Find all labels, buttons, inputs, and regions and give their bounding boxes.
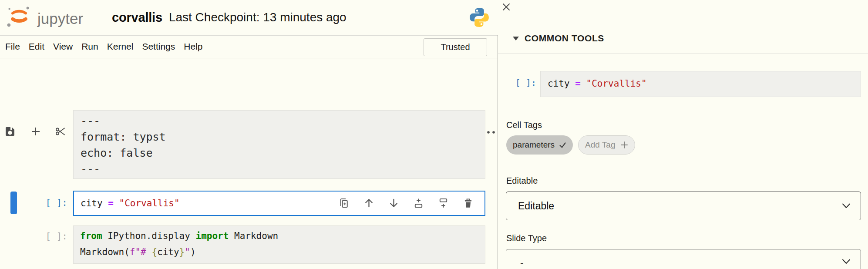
code-line: Markdown(f"# {city}") xyxy=(80,244,485,260)
close-panel-button[interactable] xyxy=(501,2,511,12)
move-cell-up-button[interactable] xyxy=(363,197,375,209)
delete-cell-button[interactable] xyxy=(462,197,474,209)
panel-divider[interactable] xyxy=(498,35,498,269)
menu-file[interactable]: File xyxy=(1,41,24,52)
active-cell-collapser-bar[interactable] xyxy=(10,192,17,214)
cut-cell-button[interactable] xyxy=(54,125,67,138)
add-tag-button[interactable]: Add Tag xyxy=(578,135,635,155)
trusted-button[interactable]: Trusted xyxy=(424,38,487,56)
tag-parameters[interactable]: parameters xyxy=(506,135,573,155)
raw-cell-editor[interactable]: --- format: typst echo: false --- xyxy=(73,110,485,179)
raw-cell-line: echo: false xyxy=(81,145,485,161)
plus-icon xyxy=(620,141,628,149)
raw-cell-line: format: typst xyxy=(81,129,485,145)
menu-bar: File Edit View Run Kernel Settings Help xyxy=(0,35,498,58)
cell-tags-list: parameters Add Tag xyxy=(506,135,635,155)
close-icon xyxy=(501,2,511,12)
slide-type-select-value: - xyxy=(506,257,524,269)
menu-settings[interactable]: Settings xyxy=(138,41,179,52)
menu-kernel[interactable]: Kernel xyxy=(103,41,138,52)
cell-toolbar xyxy=(338,197,474,209)
scissors-icon xyxy=(54,125,67,138)
section-title: COMMON TOOLS xyxy=(525,33,604,44)
chevron-down-icon xyxy=(841,259,851,265)
editable-label: Editable xyxy=(506,176,538,186)
insert-cell-above-button[interactable] xyxy=(413,197,424,209)
jupyter-logo-top-crescent xyxy=(13,11,26,13)
code-line: from IPython.display import Markdown xyxy=(80,228,485,244)
code-line: city = "Corvallis" xyxy=(541,71,861,96)
notebook-header: jupyter corvallis Last Checkpoint: 13 mi… xyxy=(0,0,498,36)
common-tools-section-header[interactable]: COMMON TOOLS xyxy=(513,33,604,44)
jupyter-logo-text: jupyter xyxy=(37,10,83,27)
insert-cell-below-button[interactable] xyxy=(437,197,449,209)
preview-cell-prompt: [ ]: xyxy=(501,77,536,88)
menu-edit[interactable]: Edit xyxy=(24,41,49,52)
slide-type-select[interactable]: - xyxy=(506,249,861,269)
section-caret-down-icon xyxy=(513,37,519,40)
menu-run[interactable]: Run xyxy=(77,41,103,52)
jupyter-logo[interactable]: jupyter xyxy=(6,5,106,31)
check-icon xyxy=(559,141,566,149)
editable-select[interactable]: Editable xyxy=(506,192,861,220)
preview-cell-editor[interactable]: city = "Corvallis" xyxy=(540,71,861,97)
python-kernel-icon xyxy=(468,6,490,31)
raw-cell-line: --- xyxy=(81,161,485,177)
code-cell-editor[interactable]: from IPython.display import Markdown Mar… xyxy=(73,225,485,264)
active-code-cell-editor[interactable]: city = "Corvallis" xyxy=(73,191,485,216)
jupyter-logo-bottom-crescent xyxy=(13,19,26,21)
duplicate-cell-button[interactable] xyxy=(338,197,350,209)
cell-input-prompt: [ ]: xyxy=(24,231,67,242)
checkpoint-status: Last Checkpoint: 13 minutes ago xyxy=(169,10,347,24)
notebook-title[interactable]: corvallis xyxy=(112,10,162,25)
cell-input-prompt: [ ]: xyxy=(24,198,67,208)
editable-select-value: Editable xyxy=(506,200,554,212)
jupyter-notebook-app: jupyter corvallis Last Checkpoint: 13 mi… xyxy=(0,0,868,269)
add-tag-label: Add Tag xyxy=(585,140,615,150)
slide-type-label: Slide Type xyxy=(506,233,547,243)
plus-icon xyxy=(30,125,42,138)
cell-tags-label: Cell Tags xyxy=(506,120,542,130)
menu-help[interactable]: Help xyxy=(179,41,207,52)
notebook-toolbar: Code JupyterLab xyxy=(0,59,498,83)
tag-label: parameters xyxy=(513,140,555,150)
menu-view[interactable]: View xyxy=(49,41,77,52)
insert-cell-button[interactable] xyxy=(30,125,42,138)
raw-cell-line: --- xyxy=(81,113,485,129)
chevron-down-icon xyxy=(841,203,851,209)
section-divider xyxy=(498,54,868,54)
save-button[interactable] xyxy=(4,125,16,138)
save-icon xyxy=(4,125,16,138)
move-cell-down-button[interactable] xyxy=(388,197,400,209)
